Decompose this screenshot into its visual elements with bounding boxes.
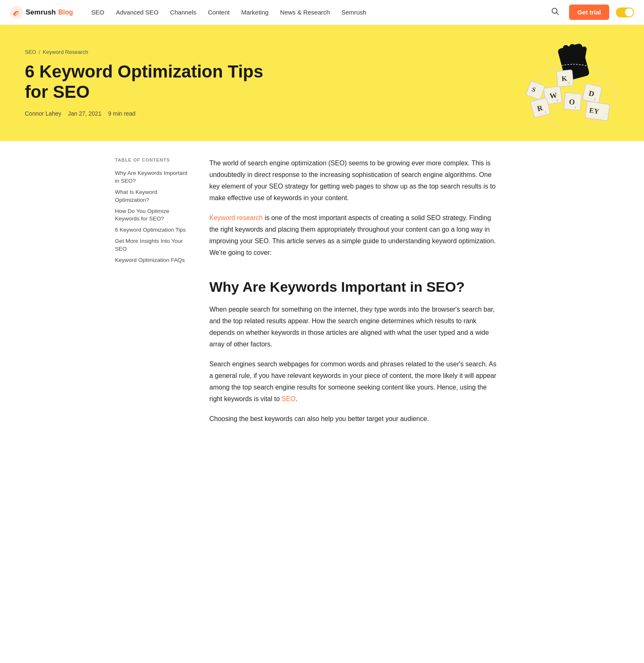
why-p2-text: Search engines search webpages for commo… [210,361,497,402]
nav-news-research[interactable]: News & Research [275,5,335,19]
toc-link-what-is[interactable]: What Is Keyword Optimization? [115,187,190,206]
toc-link-why-keywords[interactable]: Why Are Keywords Important in SEO? [115,168,190,186]
toc-item-6-tips: 6 Keyword Optimization Tips [115,225,190,235]
svg-rect-25 [526,81,545,100]
toc-item-what-is: What Is Keyword Optimization? [115,187,190,206]
toc-heading: TABLE OF CONTENTS [115,157,190,162]
theme-toggle[interactable] [616,7,634,17]
read-time: 9 min read [108,110,135,117]
toc-link-get-insights[interactable]: Get More Insights Into Your SEO [115,236,190,254]
publish-date: Jan 27, 2021 [68,110,101,117]
toc-item-why-keywords: Why Are Keywords Important in SEO? [115,168,190,186]
scrabble-illustration: W 4 O 1 R 1 D 2 K 5 EY S [520,41,619,124]
seo-link[interactable]: SEO [282,395,296,402]
nav-seo[interactable]: SEO [86,5,109,19]
navbar: Semrush Blog SEO Advanced SEO Channels C… [0,0,644,25]
nav-links: SEO Advanced SEO Channels Content Market… [86,5,548,19]
nav-right: Get trial [548,5,634,20]
section-heading-why: Why Are Keywords Important in SEO? [210,278,499,295]
svg-rect-6 [576,45,581,60]
nav-channels[interactable]: Channels [165,5,201,19]
toc-link-faqs[interactable]: Keyword Optimization FAQs [115,255,190,266]
search-button[interactable] [548,5,562,19]
toggle-knob [625,8,633,17]
svg-line-2 [557,13,559,15]
search-icon [551,7,559,15]
nav-marketing[interactable]: Marketing [236,5,273,19]
toc-item-get-insights: Get More Insights Into Your SEO [115,236,190,254]
breadcrumb-separator: / [39,49,40,55]
article-body: The world of search engine optimization … [210,157,499,433]
intro-paragraph-1: The world of search engine optimization … [210,157,499,204]
hero-illustration: W 4 O 1 R 1 D 2 K 5 EY S [520,41,619,124]
breadcrumb-seo[interactable]: SEO [25,49,36,55]
article-title: 6 Keyword Optimization Tips for SEO [25,62,265,102]
breadcrumb-keyword-research[interactable]: Keyword Research [43,49,88,55]
logo-blog-text: Blog [58,9,73,16]
nav-content[interactable]: Content [203,5,235,19]
toc-item-how-optimize: How Do You Optimize Keywords for SEO? [115,206,190,225]
intro-paragraph-2: Keyword research is one of the most impo… [210,212,499,259]
toc-link-6-tips[interactable]: 6 Keyword Optimization Tips [115,225,190,235]
breadcrumb: SEO / Keyword Research [25,49,265,55]
hero-meta: Connor Lahey Jan 27, 2021 9 min read [25,110,265,117]
why-paragraph-2: Search engines search webpages for commo… [210,358,499,405]
semrush-logo-icon [10,6,23,19]
why-paragraph-1: When people search for something on the … [210,304,499,350]
get-trial-button[interactable]: Get trial [569,5,609,20]
nav-advanced-seo[interactable]: Advanced SEO [111,5,164,19]
main-layout: TABLE OF CONTENTS Why Are Keywords Impor… [99,157,546,433]
logo-brand-text: Semrush [26,8,56,17]
nav-semrush[interactable]: Semrush [336,5,371,19]
svg-text:5: 5 [568,81,570,85]
hero-content: SEO / Keyword Research 6 Keyword Optimiz… [25,49,265,117]
svg-text:1: 1 [574,105,576,109]
svg-text:EY: EY [589,106,600,115]
table-of-contents: TABLE OF CONTENTS Why Are Keywords Impor… [115,157,190,433]
toc-list: Why Are Keywords Important in SEO? What … [115,168,190,266]
why-paragraph-3: Choosing the best keywords can also help… [210,413,499,425]
hero-banner: SEO / Keyword Research 6 Keyword Optimiz… [0,25,644,141]
keyword-research-link[interactable]: Keyword research [210,214,263,221]
svg-text:O: O [569,97,575,106]
why-p2-suffix: . [296,395,297,402]
toc-link-how-optimize[interactable]: How Do You Optimize Keywords for SEO? [115,206,190,225]
toc-item-faqs: Keyword Optimization FAQs [115,255,190,266]
author-name: Connor Lahey [25,110,61,117]
logo-link[interactable]: Semrush Blog [10,6,73,19]
svg-text:K: K [561,75,568,83]
